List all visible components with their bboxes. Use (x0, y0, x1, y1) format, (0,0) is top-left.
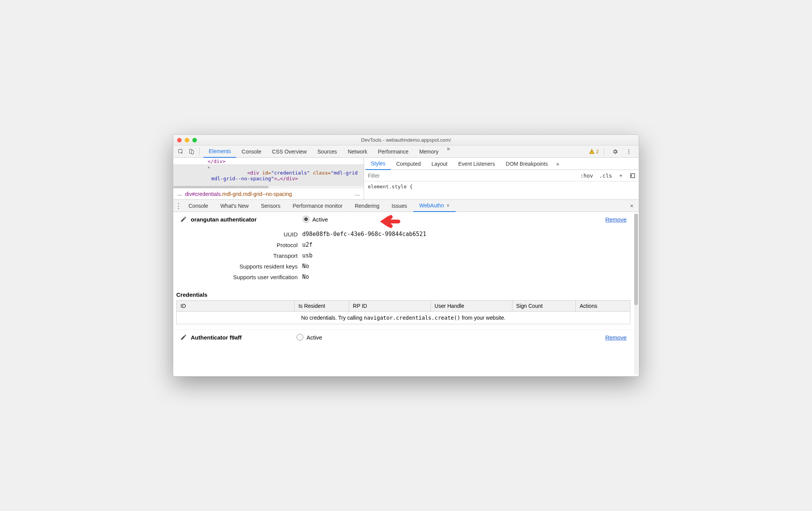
drawer-tab-issues[interactable]: Issues (385, 200, 413, 212)
drawer-tabs: Console What's New Sensors Performance m… (182, 200, 626, 212)
zoom-window-icon[interactable] (192, 138, 197, 142)
active-radio[interactable] (296, 334, 303, 341)
window-traffic-lights (177, 138, 197, 142)
empty-text-lead: No credentials. Try calling (301, 315, 364, 321)
styles-body[interactable]: element.style { (364, 181, 639, 192)
col-id[interactable]: ID (177, 301, 295, 312)
authenticator-fields: UUID d98e08fb-0efc-43e6-968c-99844cab652… (173, 226, 633, 288)
expand-triangle-icon[interactable]: ▸ (208, 164, 211, 170)
toggle-computed-icon[interactable] (627, 170, 639, 181)
separator (604, 148, 604, 155)
remove-link[interactable]: Remove (605, 334, 627, 341)
field-label: UUID (180, 231, 302, 238)
hov-button[interactable]: :hov (577, 170, 596, 181)
dom-tree-panel: </div> ▸ <div id="credentials" class="md… (173, 158, 364, 199)
dom-horizontal-scroll[interactable] (173, 186, 364, 188)
warnings-badge[interactable]: 2 (589, 149, 599, 154)
edit-icon[interactable] (180, 334, 187, 341)
field-value: d98e08fb-0efc-43e6-968c-99844cab6521 (302, 231, 426, 238)
drawer-kebab-icon[interactable]: ⋮ (175, 202, 182, 210)
drawer-tab-whatsnew[interactable]: What's New (214, 200, 255, 212)
close-window-icon[interactable] (177, 138, 182, 142)
sidebar-tabs: Styles Computed Layout Event Listeners D… (364, 158, 639, 170)
drawer-tab-perfmon[interactable]: Performance monitor (287, 200, 349, 212)
tab-network[interactable]: Network (342, 146, 372, 158)
sidebar-tab-layout[interactable]: Layout (426, 158, 453, 170)
cls-button[interactable]: .cls (596, 170, 615, 181)
kebab-menu-icon[interactable] (625, 148, 633, 155)
col-actions[interactable]: Actions (576, 301, 630, 312)
gear-icon[interactable] (611, 148, 619, 155)
active-radio[interactable] (303, 216, 309, 223)
svg-point-3 (628, 149, 630, 150)
styles-toolbar: :hov .cls ＋ (364, 170, 639, 181)
field-protocol: Protocol u2f (180, 239, 627, 250)
remove-link[interactable]: Remove (605, 216, 627, 223)
sidebar-tab-event-listeners[interactable]: Event Listeners (453, 158, 501, 170)
field-label: Protocol (180, 242, 302, 248)
field-uuid: UUID d98e08fb-0efc-43e6-968c-99844cab652… (180, 229, 627, 239)
tab-css-overview[interactable]: CSS Overview (267, 146, 312, 158)
field-resident-keys: Supports resident keys No (180, 261, 627, 272)
credentials-heading: Credentials (173, 288, 633, 300)
breadcrumb-selected[interactable]: div#credentials.mdl-grid.mdl-grid--no-sp… (185, 191, 292, 197)
col-is-resident[interactable]: Is Resident (295, 301, 349, 312)
elements-split-view: </div> ▸ <div id="credentials" class="md… (173, 158, 639, 200)
active-radio-group[interactable]: Active (296, 334, 322, 341)
main-tabs: Elements Console CSS Overview Sources Ne… (203, 146, 589, 158)
close-tab-icon[interactable]: × (446, 202, 450, 209)
authenticator-header: Authenticator f9aff Active Remove (173, 330, 633, 344)
drawer-tab-rendering[interactable]: Rendering (349, 200, 386, 212)
col-rpid[interactable]: RP ID (349, 301, 430, 312)
minimize-window-icon[interactable] (185, 138, 189, 142)
window-titlebar: DevTools - webauthndemo.appspot.com/ (173, 135, 639, 146)
sidebar-tab-dom-breakpoints[interactable]: DOM Breakpoints (500, 158, 553, 170)
field-value: No (302, 273, 309, 280)
active-radio-group[interactable]: Active (303, 216, 328, 223)
window-title: DevTools - webauthndemo.appspot.com/ (173, 137, 639, 143)
styles-filter-input[interactable] (364, 173, 577, 179)
dom-breadcrumb[interactable]: … div#credentials.mdl-grid.mdl-grid--no-… (173, 188, 364, 199)
close-drawer-icon[interactable]: × (626, 202, 637, 209)
drawer-tab-webauthn[interactable]: WebAuthn × (413, 200, 456, 212)
field-transport: Transport usb (180, 250, 627, 261)
new-style-rule-icon[interactable]: ＋ (615, 170, 627, 181)
authenticator-2: Authenticator f9aff Active Remove (173, 330, 633, 344)
tab-console[interactable]: Console (236, 146, 266, 158)
toolbar-right: 2 (589, 148, 634, 155)
devtools-main-tabbar: Elements Console CSS Overview Sources Ne… (173, 146, 639, 158)
authenticator-name: Authenticator f9aff (191, 334, 242, 341)
sidebar-tab-computed[interactable]: Computed (391, 158, 426, 170)
more-tabs-icon[interactable]: » (444, 146, 453, 158)
styles-sidebar: Styles Computed Layout Event Listeners D… (364, 158, 639, 199)
field-label: Transport (180, 252, 302, 259)
field-label: Supports user verification (180, 274, 302, 280)
tab-memory[interactable]: Memory (414, 146, 444, 158)
drawer-tab-sensors[interactable]: Sensors (255, 200, 287, 212)
tab-performance[interactable]: Performance (372, 146, 414, 158)
drawer-tab-webauthn-label: WebAuthn (419, 202, 444, 209)
scrollbar-thumb[interactable] (634, 213, 638, 305)
webauthn-panel: orangutan authenticator Active Remove UU… (173, 212, 639, 376)
breadcrumb-ellipsis-right[interactable]: … (355, 191, 360, 197)
dom-selected-node[interactable]: ▸ <div id="credentials" class="mdl-grid … (173, 164, 364, 186)
field-value: usb (302, 252, 313, 259)
sidebar-more-tabs-icon[interactable]: » (553, 161, 562, 167)
field-label: Supports resident keys (180, 263, 302, 270)
tab-sources[interactable]: Sources (312, 146, 342, 158)
device-toolbar-icon[interactable] (188, 148, 195, 155)
edit-icon[interactable] (180, 216, 187, 223)
col-user-handle[interactable]: User Handle (430, 301, 512, 312)
col-sign-count[interactable]: Sign Count (512, 301, 575, 312)
drawer-tab-console[interactable]: Console (182, 200, 214, 212)
svg-point-4 (628, 151, 630, 152)
tab-elements[interactable]: Elements (203, 146, 236, 158)
drawer-tabbar: ⋮ Console What's New Sensors Performance… (173, 200, 639, 212)
separator (199, 148, 200, 155)
sidebar-tab-styles[interactable]: Styles (366, 158, 391, 170)
dom-tree[interactable]: </div> ▸ <div id="credentials" class="md… (173, 158, 364, 186)
table-empty-row: No credentials. Try calling navigator.cr… (177, 312, 630, 324)
inspect-element-icon[interactable] (177, 148, 185, 155)
empty-text-tail: from your website. (460, 315, 505, 321)
breadcrumb-ellipsis-left[interactable]: … (177, 191, 182, 197)
